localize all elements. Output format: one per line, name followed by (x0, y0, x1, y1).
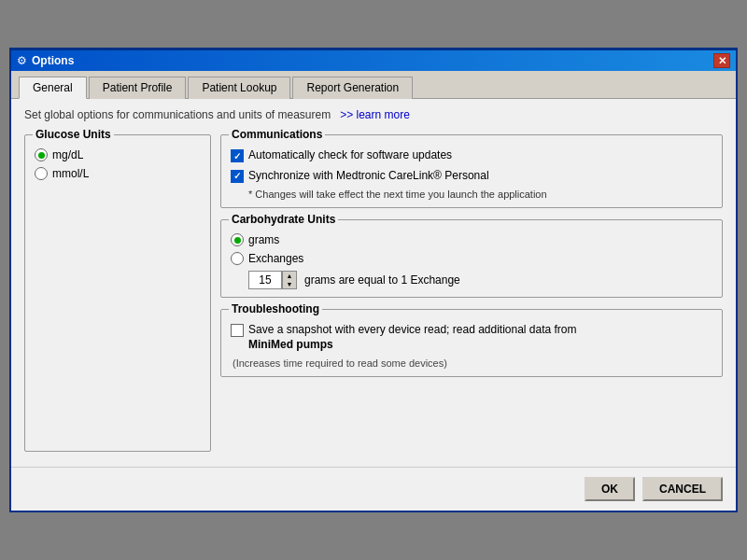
glucose-units-group: Glucose Units mg/dL mmol/L (24, 134, 211, 452)
communications-title: Communications (229, 128, 325, 141)
radio-mmol-indicator (35, 167, 48, 180)
left-column: Glucose Units mg/dL mmol/L (24, 131, 211, 452)
check-auto-update-label: Automatically check for software updates (248, 148, 452, 163)
close-button[interactable]: ✕ (713, 53, 730, 68)
radio-grams-label: grams (248, 233, 279, 246)
carbohydrate-units-title: Carbohydrate Units (229, 213, 338, 226)
check-snapshot[interactable]: Save a snapshot with every device read; … (231, 323, 712, 352)
radio-mgdl-indicator (35, 148, 48, 161)
top-info: Set global options for communications an… (24, 108, 723, 121)
check-sync-carelink[interactable]: ✓ Synchronize with Medtronic CareLink® P… (231, 169, 712, 184)
troubleshooting-title: Troubleshooting (229, 302, 322, 315)
radio-exchanges-label: Exchanges (248, 252, 303, 265)
bottom-bar: OK CANCEL (11, 467, 736, 511)
exchange-value-input[interactable] (248, 271, 282, 289)
spinner-buttons: ▲ ▼ (282, 271, 297, 289)
spinner-wrapper: ▲ ▼ (248, 271, 297, 289)
content-area: Set global options for communications an… (11, 99, 736, 461)
check-auto-update[interactable]: ✓ Automatically check for software updat… (231, 148, 712, 163)
radio-exchanges[interactable]: Exchanges (231, 252, 712, 265)
troubleshooting-group: Troubleshooting Save a snapshot with eve… (220, 309, 723, 377)
title-bar: ⚙ Options ✕ (11, 50, 736, 71)
tab-report-generation[interactable]: Report Generation (292, 77, 413, 99)
two-col-layout: Glucose Units mg/dL mmol/L (24, 131, 723, 452)
learn-more-link[interactable]: learn more (340, 108, 410, 121)
spinner-down-button[interactable]: ▼ (283, 280, 296, 288)
check-snapshot-label: Save a snapshot with every device read; … (248, 323, 577, 352)
description-text: Set global options for communications an… (24, 108, 331, 121)
radio-grams-indicator (231, 233, 244, 246)
window-title: Options (32, 54, 74, 67)
radio-mmol[interactable]: mmol/L (35, 167, 201, 180)
window-icon: ⚙ (17, 54, 27, 67)
check-sync-carelink-label: Synchronize with Medtronic CareLink® Per… (248, 169, 489, 184)
tab-patient-lookup[interactable]: Patient Lookup (188, 77, 290, 99)
check-snapshot-label-line1: Save a snapshot with every device read; … (248, 323, 577, 336)
spinner-up-button[interactable]: ▲ (283, 272, 296, 280)
cancel-button[interactable]: CANCEL (642, 477, 723, 501)
communications-group: Communications ✓ Automatically check for… (220, 134, 723, 208)
tab-general[interactable]: General (19, 77, 87, 99)
title-bar-left: ⚙ Options (17, 54, 74, 67)
check-snapshot-label-line2: MiniMed pumps (248, 338, 333, 351)
sync-note: * Changes will take effect the next time… (248, 189, 712, 200)
radio-mmol-label: mmol/L (52, 167, 89, 180)
glucose-units-title: Glucose Units (33, 128, 114, 141)
options-dialog: ⚙ Options ✕ General Patient Profile Pati… (9, 48, 738, 512)
radio-mgdl-label: mg/dL (52, 148, 83, 161)
troubleshooting-note: (Increases time required to read some de… (231, 357, 712, 369)
check-sync-carelink-box: ✓ (231, 170, 244, 183)
right-column: Communications ✓ Automatically check for… (220, 131, 723, 452)
radio-mgdl[interactable]: mg/dL (35, 148, 201, 161)
carbohydrate-units-group: Carbohydrate Units grams Exchanges (220, 219, 723, 298)
ok-button[interactable]: OK (585, 477, 635, 501)
tab-patient-profile[interactable]: Patient Profile (89, 77, 187, 99)
check-auto-update-box: ✓ (231, 149, 244, 162)
tab-bar: General Patient Profile Patient Lookup R… (11, 71, 736, 99)
exchange-value-row: ▲ ▼ grams are equal to 1 Exchange (248, 271, 712, 289)
check-snapshot-box (231, 324, 244, 337)
radio-grams[interactable]: grams (231, 233, 712, 246)
exchange-label: grams are equal to 1 Exchange (304, 273, 460, 287)
radio-exchanges-indicator (231, 252, 244, 265)
